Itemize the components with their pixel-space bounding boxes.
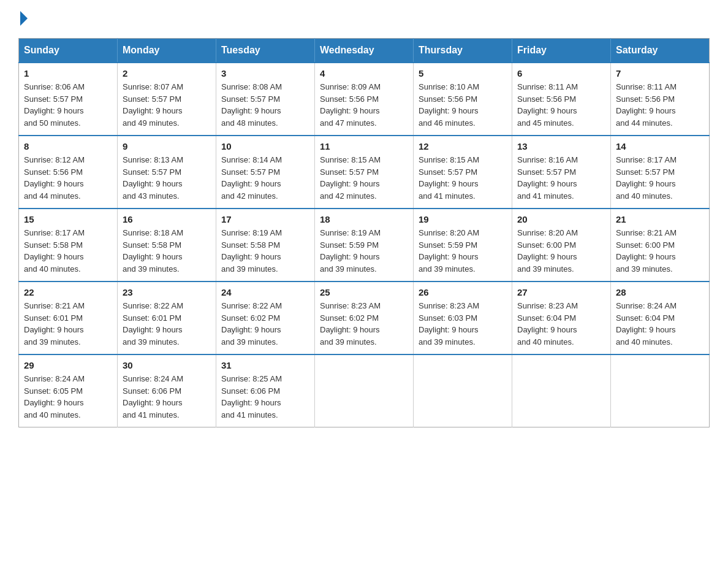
calendar-cell: 19Sunrise: 8:20 AMSunset: 5:59 PMDayligh… (414, 209, 512, 282)
day-info: Sunrise: 8:10 AMSunset: 5:56 PMDaylight:… (419, 81, 507, 129)
header-cell-thursday: Thursday (414, 39, 512, 63)
day-number: 12 (419, 141, 507, 151)
day-number: 4 (320, 68, 408, 79)
day-info: Sunrise: 8:17 AMSunset: 5:58 PMDaylight:… (24, 227, 112, 275)
calendar-cell: 5Sunrise: 8:10 AMSunset: 5:56 PMDaylight… (414, 63, 512, 136)
header-row: SundayMondayTuesdayWednesdayThursdayFrid… (19, 39, 710, 63)
day-info: Sunrise: 8:20 AMSunset: 5:59 PMDaylight:… (419, 227, 507, 275)
day-number: 26 (419, 287, 507, 297)
day-number: 11 (320, 141, 408, 151)
header-cell-wednesday: Wednesday (315, 39, 414, 63)
day-info: Sunrise: 8:18 AMSunset: 5:58 PMDaylight:… (123, 227, 211, 275)
calendar-cell: 23Sunrise: 8:22 AMSunset: 6:01 PMDayligh… (118, 282, 216, 354)
day-info: Sunrise: 8:14 AMSunset: 5:57 PMDaylight:… (221, 154, 309, 202)
day-info: Sunrise: 8:16 AMSunset: 5:57 PMDaylight:… (517, 154, 605, 202)
day-info: Sunrise: 8:08 AMSunset: 5:57 PMDaylight:… (221, 81, 309, 129)
day-info: Sunrise: 8:23 AMSunset: 6:04 PMDaylight:… (517, 300, 605, 348)
day-number: 5 (419, 68, 507, 79)
day-info: Sunrise: 8:24 AMSunset: 6:06 PMDaylight:… (123, 373, 211, 421)
calendar-body: 1Sunrise: 8:06 AMSunset: 5:57 PMDaylight… (19, 63, 710, 427)
day-number: 8 (24, 141, 112, 151)
day-info: Sunrise: 8:23 AMSunset: 6:03 PMDaylight:… (419, 300, 507, 348)
day-number: 25 (320, 287, 408, 297)
day-info: Sunrise: 8:09 AMSunset: 5:56 PMDaylight:… (320, 81, 408, 129)
day-number: 20 (517, 214, 605, 224)
day-number: 22 (24, 287, 112, 297)
day-number: 13 (517, 141, 605, 151)
calendar-header: SundayMondayTuesdayWednesdayThursdayFrid… (19, 39, 710, 63)
calendar-cell: 25Sunrise: 8:23 AMSunset: 6:02 PMDayligh… (315, 282, 414, 354)
calendar-cell: 29Sunrise: 8:24 AMSunset: 6:05 PMDayligh… (19, 354, 118, 427)
calendar-cell: 20Sunrise: 8:20 AMSunset: 6:00 PMDayligh… (512, 209, 611, 282)
header-cell-friday: Friday (512, 39, 611, 63)
calendar-cell: 13Sunrise: 8:16 AMSunset: 5:57 PMDayligh… (512, 136, 611, 209)
day-number: 19 (419, 214, 507, 224)
calendar-cell: 21Sunrise: 8:21 AMSunset: 6:00 PMDayligh… (611, 209, 710, 282)
calendar-cell: 31Sunrise: 8:25 AMSunset: 6:06 PMDayligh… (216, 354, 315, 427)
calendar-cell: 7Sunrise: 8:11 AMSunset: 5:56 PMDaylight… (611, 63, 710, 136)
calendar-cell: 26Sunrise: 8:23 AMSunset: 6:03 PMDayligh… (414, 282, 512, 354)
calendar-row-4: 29Sunrise: 8:24 AMSunset: 6:05 PMDayligh… (19, 354, 710, 427)
day-info: Sunrise: 8:24 AMSunset: 6:04 PMDaylight:… (616, 300, 704, 348)
day-number: 24 (221, 287, 309, 297)
calendar-cell (414, 354, 512, 427)
logo-triangle-icon (20, 11, 28, 26)
day-info: Sunrise: 8:19 AMSunset: 5:59 PMDaylight:… (320, 227, 408, 275)
day-number: 31 (221, 360, 309, 370)
day-number: 6 (517, 68, 605, 79)
calendar-cell: 6Sunrise: 8:11 AMSunset: 5:56 PMDaylight… (512, 63, 611, 136)
day-info: Sunrise: 8:12 AMSunset: 5:56 PMDaylight:… (24, 154, 112, 202)
day-number: 15 (24, 214, 112, 224)
calendar-cell: 8Sunrise: 8:12 AMSunset: 5:56 PMDaylight… (19, 136, 118, 209)
day-number: 16 (123, 214, 211, 224)
page-header (18, 12, 710, 27)
calendar-cell: 4Sunrise: 8:09 AMSunset: 5:56 PMDaylight… (315, 63, 414, 136)
day-number: 18 (320, 214, 408, 224)
day-info: Sunrise: 8:06 AMSunset: 5:57 PMDaylight:… (24, 81, 112, 129)
day-number: 2 (123, 68, 211, 79)
day-info: Sunrise: 8:23 AMSunset: 6:02 PMDaylight:… (320, 300, 408, 348)
day-info: Sunrise: 8:15 AMSunset: 5:57 PMDaylight:… (320, 154, 408, 202)
day-number: 30 (123, 360, 211, 370)
header-cell-sunday: Sunday (19, 39, 118, 63)
calendar-cell: 27Sunrise: 8:23 AMSunset: 6:04 PMDayligh… (512, 282, 611, 354)
day-number: 27 (517, 287, 605, 297)
day-number: 29 (24, 360, 112, 370)
day-info: Sunrise: 8:11 AMSunset: 5:56 PMDaylight:… (517, 81, 605, 129)
calendar-row-0: 1Sunrise: 8:06 AMSunset: 5:57 PMDaylight… (19, 63, 710, 136)
day-number: 10 (221, 141, 309, 151)
calendar-cell: 3Sunrise: 8:08 AMSunset: 5:57 PMDaylight… (216, 63, 315, 136)
calendar-cell: 16Sunrise: 8:18 AMSunset: 5:58 PMDayligh… (118, 209, 216, 282)
day-info: Sunrise: 8:21 AMSunset: 6:00 PMDaylight:… (616, 227, 704, 275)
calendar-cell: 18Sunrise: 8:19 AMSunset: 5:59 PMDayligh… (315, 209, 414, 282)
day-number: 1 (24, 68, 112, 79)
calendar-cell: 2Sunrise: 8:07 AMSunset: 5:57 PMDaylight… (118, 63, 216, 136)
day-info: Sunrise: 8:20 AMSunset: 6:00 PMDaylight:… (517, 227, 605, 275)
calendar-cell (315, 354, 414, 427)
calendar-cell (512, 354, 611, 427)
day-info: Sunrise: 8:22 AMSunset: 6:02 PMDaylight:… (221, 300, 309, 348)
calendar-cell (611, 354, 710, 427)
day-info: Sunrise: 8:21 AMSunset: 6:01 PMDaylight:… (24, 300, 112, 348)
day-number: 14 (616, 141, 704, 151)
header-cell-tuesday: Tuesday (216, 39, 315, 63)
calendar-cell: 22Sunrise: 8:21 AMSunset: 6:01 PMDayligh… (19, 282, 118, 354)
calendar-row-3: 22Sunrise: 8:21 AMSunset: 6:01 PMDayligh… (19, 282, 710, 354)
calendar-cell: 10Sunrise: 8:14 AMSunset: 5:57 PMDayligh… (216, 136, 315, 209)
calendar-cell: 15Sunrise: 8:17 AMSunset: 5:58 PMDayligh… (19, 209, 118, 282)
header-cell-saturday: Saturday (611, 39, 710, 63)
header-cell-monday: Monday (118, 39, 216, 63)
calendar-cell: 17Sunrise: 8:19 AMSunset: 5:58 PMDayligh… (216, 209, 315, 282)
calendar-cell: 9Sunrise: 8:13 AMSunset: 5:57 PMDaylight… (118, 136, 216, 209)
calendar-cell: 11Sunrise: 8:15 AMSunset: 5:57 PMDayligh… (315, 136, 414, 209)
calendar-table: SundayMondayTuesdayWednesdayThursdayFrid… (18, 38, 710, 427)
day-info: Sunrise: 8:24 AMSunset: 6:05 PMDaylight:… (24, 373, 112, 421)
day-number: 3 (221, 68, 309, 79)
calendar-row-1: 8Sunrise: 8:12 AMSunset: 5:56 PMDaylight… (19, 136, 710, 209)
day-info: Sunrise: 8:22 AMSunset: 6:01 PMDaylight:… (123, 300, 211, 348)
day-info: Sunrise: 8:17 AMSunset: 5:57 PMDaylight:… (616, 154, 704, 202)
day-info: Sunrise: 8:15 AMSunset: 5:57 PMDaylight:… (419, 154, 507, 202)
calendar-cell: 30Sunrise: 8:24 AMSunset: 6:06 PMDayligh… (118, 354, 216, 427)
day-number: 9 (123, 141, 211, 151)
calendar-cell: 1Sunrise: 8:06 AMSunset: 5:57 PMDaylight… (19, 63, 118, 136)
